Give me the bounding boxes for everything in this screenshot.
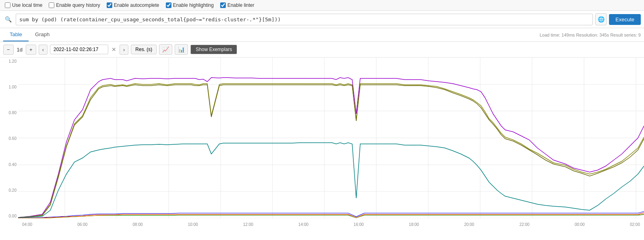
enable-linter-toggle[interactable]: Enable linter [220,2,254,8]
enable-highlighting-toggle[interactable]: Enable highlighting [166,2,214,8]
enable-autocomplete-label: Enable autocomplete [114,2,159,8]
x-label-1800: 18:00 [409,222,419,227]
controls-row: − 1d + ‹ ✕ › Res. (s) 📈 📊 Show Exemplars [0,42,644,57]
show-exemplars-button[interactable]: Show Exemplars [190,45,237,54]
search-row: 🔍 🌐 Execute [0,11,644,28]
tab-table[interactable]: Table [3,28,29,41]
prev-button[interactable]: ‹ [39,45,47,55]
chart-area: 1.20 1.00 0.80 0.60 0.40 0.20 0.00 [0,57,644,230]
x-label-0600: 06:00 [77,222,87,227]
enable-autocomplete-toggle[interactable]: Enable autocomplete [107,2,159,8]
x-axis: 04:00 06:00 08:00 10:00 12:00 14:00 16:0… [18,218,644,230]
y-label-000: 0.00 [9,214,17,218]
minus-button[interactable]: − [3,45,14,55]
bar-chart-icon-button[interactable]: 📊 [175,44,188,55]
y-label-020: 0.20 [9,188,17,193]
use-local-time-label: Use local time [12,2,42,8]
y-axis: 1.20 1.00 0.80 0.60 0.40 0.20 0.00 [0,57,18,218]
x-label-1400: 14:00 [298,222,308,227]
enable-highlighting-label: Enable highlighting [173,2,214,8]
duration-label: 1d [16,47,23,53]
clear-datetime-button[interactable]: ✕ [111,46,117,53]
use-local-time-toggle[interactable]: Use local time [5,2,42,8]
x-label-0800: 08:00 [133,222,143,227]
enable-linter-label: Enable linter [227,2,254,8]
x-label-1000: 10:00 [188,222,198,227]
enable-query-history-toggle[interactable]: Enable query history [49,2,100,8]
res-button[interactable]: Res. (s) [131,45,157,54]
enable-query-history-label: Enable query history [56,2,100,8]
enable-autocomplete-checkbox[interactable] [107,2,112,8]
enable-highlighting-checkbox[interactable] [166,2,171,8]
plus-button[interactable]: + [26,45,36,55]
x-label-1200: 12:00 [243,222,253,227]
x-label-0200: 02:00 [630,222,640,227]
use-local-time-checkbox[interactable] [5,2,10,8]
x-label-1600: 16:00 [354,222,364,227]
y-label-040: 0.40 [9,162,17,167]
x-label-0400: 04:00 [22,222,32,227]
tab-graph[interactable]: Graph [29,28,56,41]
execute-button[interactable]: Execute [609,14,641,25]
next-button[interactable]: › [120,45,128,55]
enable-query-history-checkbox[interactable] [49,2,54,8]
chart-svg [18,57,644,218]
tabs-row: Table Graph Load time: 149ms Resolution:… [0,28,644,42]
query-input[interactable] [16,14,593,25]
globe-button[interactable]: 🌐 [595,13,607,25]
datetime-input[interactable] [50,45,108,54]
tab-meta: Load time: 149ms Resolution: 345s Result… [540,29,641,41]
line-chart-icon-button[interactable]: 📈 [159,44,172,55]
toolbar: Use local time Enable query history Enab… [0,0,644,11]
chart-inner [18,57,644,218]
y-label-100: 1.00 [9,85,17,89]
y-label-080: 0.80 [9,111,17,115]
y-label-120: 1.20 [9,59,17,64]
tabs-left: Table Graph [3,28,56,41]
x-label-2200: 22:00 [519,222,529,227]
x-label-0000: 00:00 [575,222,585,227]
x-label-2000: 20:00 [464,222,474,227]
enable-linter-checkbox[interactable] [220,2,226,8]
search-icon: 🔍 [3,16,13,23]
y-label-060: 0.60 [9,136,17,141]
